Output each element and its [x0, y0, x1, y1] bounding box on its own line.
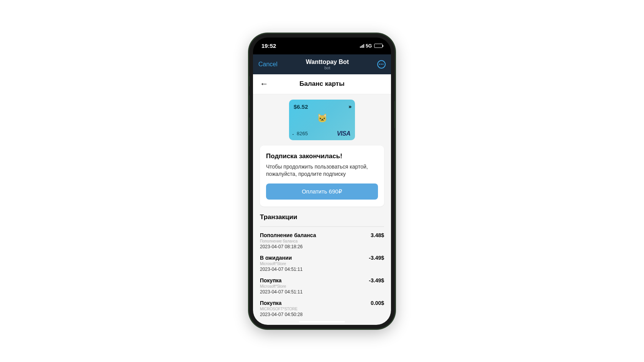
card-last4: 8265: [297, 131, 308, 136]
status-time: 19:52: [261, 43, 276, 49]
notice-text: Чтобы продолжить пользоваться картой, по…: [266, 163, 378, 178]
credit-card[interactable]: $6.52 » 🐱 ∘ 8265 VISA: [289, 100, 355, 140]
card-area: $6.52 » 🐱 ∘ 8265 VISA: [253, 94, 391, 146]
transaction-row[interactable]: В ожидании -3.49$ Microsoft*Store 2023-0…: [260, 255, 384, 272]
back-arrow-icon[interactable]: ←: [260, 79, 268, 89]
page-header: ← Баланс карты: [253, 74, 391, 94]
signal-icon: [360, 44, 364, 48]
transaction-date: 2023-04-07 04:50:28: [260, 312, 384, 317]
page-title: Баланс карты: [268, 80, 376, 88]
notch: [295, 38, 349, 48]
content-scroll[interactable]: ← Баланс карты $6.52 » 🐱 ∘ 8265 VISA Под…: [253, 74, 391, 325]
divider: [260, 226, 384, 227]
cancel-button[interactable]: Cancel: [258, 61, 278, 68]
pay-button[interactable]: Оплатить 690₽: [266, 183, 378, 200]
transaction-name: В ожидании: [260, 255, 292, 261]
transaction-name: Покупка: [260, 277, 282, 283]
transaction-merchant: Microsoft*Store: [260, 262, 384, 266]
subscription-notice: Подписка закончилась! Чтобы продолжить п…: [260, 146, 384, 206]
mute-switch: [248, 76, 250, 87]
transaction-row[interactable]: Покупка -3.49$ Microsoft*Store 2023-04-0…: [260, 277, 384, 295]
transaction-amount: 0.00$: [371, 300, 384, 306]
notice-title: Подписка закончилась!: [266, 152, 378, 160]
transaction-merchant: MICROSOFT*STORE: [260, 307, 384, 311]
nav-subtitle: bot: [278, 66, 377, 70]
transactions-title: Транзакции: [260, 213, 384, 221]
transaction-amount: -3.49$: [369, 277, 384, 283]
transaction-amount: 3.48$: [371, 232, 384, 238]
transaction-date: 2023-04-07 08:18:26: [260, 244, 384, 249]
card-dots-icon: ∘: [292, 133, 294, 136]
transaction-name: Пополнение баланса: [260, 232, 316, 238]
transaction-date: 2023-04-07 04:51:11: [260, 289, 384, 295]
status-right: 5G: [360, 43, 383, 49]
transaction-merchant: Microsoft*Store: [260, 284, 384, 288]
transaction-date: 2023-04-07 04:51:11: [260, 267, 384, 272]
more-button[interactable]: •••: [377, 60, 386, 69]
card-brand: VISA: [337, 130, 350, 137]
volume-up-button: [248, 95, 250, 113]
card-balance: $6.52: [294, 103, 350, 110]
power-button: [394, 101, 396, 128]
nav-title-block: Wanttopay Bot bot: [278, 59, 377, 70]
transaction-merchant: Пополнение баланса: [260, 239, 384, 243]
phone-screen: 19:52 5G Cancel Wanttopay Bot bot ••• ← …: [253, 38, 391, 325]
transaction-row[interactable]: Покупка 0.00$ MICROSOFT*STORE 2023-04-07…: [260, 300, 384, 317]
home-indicator[interactable]: [299, 321, 345, 323]
transaction-name: Покупка: [260, 300, 282, 306]
phone-frame: 19:52 5G Cancel Wanttopay Bot bot ••• ← …: [249, 34, 395, 329]
nav-bar: Cancel Wanttopay Bot bot •••: [253, 54, 391, 74]
transaction-amount: -3.49$: [369, 255, 384, 261]
transaction-row[interactable]: Пополнение баланса 3.48$ Пополнение бала…: [260, 232, 384, 249]
card-cat-icon: 🐱: [317, 113, 327, 123]
card-arrow-icon: »: [348, 103, 350, 110]
network-label: 5G: [366, 43, 372, 49]
transactions-section: Транзакции Пополнение баланса 3.48$ Попо…: [253, 213, 391, 317]
battery-icon: [374, 44, 383, 48]
volume-down-button: [248, 117, 250, 136]
nav-title: Wanttopay Bot: [278, 59, 377, 66]
